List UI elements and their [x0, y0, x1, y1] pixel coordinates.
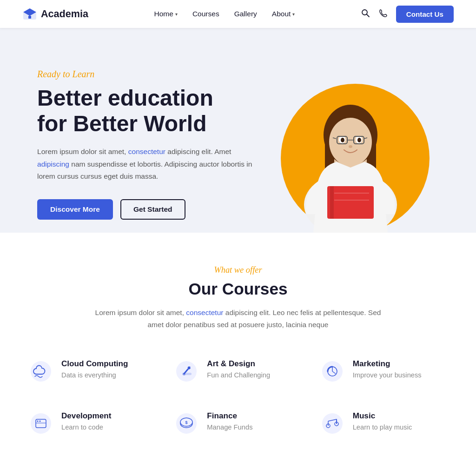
- course-name-finance: Finance: [207, 411, 252, 421]
- logo-text: Academia: [41, 8, 88, 20]
- nav-courses[interactable]: Courses: [192, 10, 219, 18]
- course-card-finance: $ Finance Manage Funds: [174, 407, 301, 440]
- courses-grid: Cloud Computing Data is everything Art &…: [29, 355, 447, 440]
- course-card-music: Music Learn to play music: [320, 407, 447, 440]
- hero-tagline: Ready to Learn: [37, 69, 260, 80]
- search-icon: [361, 8, 370, 18]
- nav-actions: Contact Us: [361, 6, 454, 23]
- nav-gallery[interactable]: Gallery: [234, 10, 257, 18]
- music-icon: [320, 411, 344, 436]
- art-design-icon: [174, 359, 198, 383]
- svg-point-15: [341, 138, 344, 142]
- course-name-dev: Development: [61, 411, 111, 421]
- hero-title: Better education for Better World: [37, 85, 260, 136]
- svg-text:$: $: [185, 420, 188, 425]
- course-info-marketing: Marketing Improve your business: [353, 359, 422, 379]
- course-info-finance: Finance Manage Funds: [207, 411, 252, 431]
- nav-links: Home ▾ Courses Gallery About ▾: [154, 10, 295, 18]
- contact-us-button[interactable]: Contact Us: [396, 6, 454, 23]
- hero-buttons: Discover More Get Started: [37, 199, 260, 220]
- hero-section: Ready to Learn Better education for Bett…: [0, 28, 476, 233]
- course-card-dev: Development Learn to code: [29, 407, 156, 440]
- svg-point-34: [31, 413, 51, 434]
- svg-point-43: [322, 413, 343, 434]
- svg-rect-24: [330, 186, 334, 219]
- hero-description: Lorem ipsum dolor sit amet, consectetur …: [37, 146, 260, 182]
- course-desc-finance: Manage Funds: [207, 423, 252, 431]
- development-icon: [29, 411, 53, 436]
- svg-point-16: [357, 138, 361, 142]
- course-info-cloud: Cloud Computing Data is everything: [61, 359, 128, 379]
- course-desc-music: Learn to play music: [353, 423, 412, 431]
- course-desc-cloud: Data is everything: [61, 371, 128, 379]
- svg-point-37: [40, 420, 41, 422]
- hero-student-illustration: [281, 47, 420, 233]
- logo-link[interactable]: Academia: [22, 7, 88, 20]
- course-card-cloud: Cloud Computing Data is everything: [29, 355, 156, 388]
- course-desc-art: Fun and Challenging: [207, 371, 270, 379]
- course-name-art: Art & Design: [207, 359, 270, 369]
- svg-point-12: [329, 118, 372, 166]
- logo-icon: [22, 7, 37, 20]
- course-info-art: Art & Design Fun and Challenging: [207, 359, 270, 379]
- phone-icon: [378, 8, 388, 18]
- course-card-art: Art & Design Fun and Challenging: [174, 355, 301, 388]
- course-info-dev: Development Learn to code: [61, 411, 111, 431]
- phone-button[interactable]: [378, 8, 388, 20]
- course-card-marketing: Marketing Improve your business: [320, 355, 447, 388]
- svg-line-5: [367, 14, 369, 17]
- courses-tagline: What we offer: [28, 265, 448, 275]
- nav-about[interactable]: About ▾: [272, 10, 295, 18]
- discover-more-button[interactable]: Discover More: [37, 199, 113, 220]
- about-chevron-icon: ▾: [292, 11, 295, 17]
- course-desc-marketing: Improve your business: [353, 371, 422, 379]
- home-chevron-icon: ▾: [175, 11, 178, 17]
- svg-point-22: [349, 145, 352, 148]
- courses-title: Our Courses: [28, 280, 448, 298]
- course-info-music: Music Learn to play music: [353, 411, 412, 431]
- course-name-cloud: Cloud Computing: [61, 359, 128, 369]
- course-name-music: Music: [353, 411, 412, 421]
- svg-point-36: [37, 420, 39, 422]
- finance-icon: $: [174, 411, 198, 436]
- marketing-icon: [320, 359, 344, 383]
- hero-image-wrapper: [262, 56, 439, 233]
- course-desc-dev: Learn to code: [61, 423, 111, 431]
- nav-home[interactable]: Home ▾: [154, 10, 177, 18]
- svg-point-4: [362, 10, 367, 15]
- search-button[interactable]: [361, 8, 370, 20]
- courses-section: What we offer Our Courses Lorem ipsum do…: [0, 233, 476, 450]
- courses-description: Lorem ipsum dolor sit amet, consectetur …: [94, 307, 382, 331]
- get-started-button[interactable]: Get Started: [120, 199, 185, 220]
- navbar: Academia Home ▾ Courses Gallery About ▾: [0, 0, 476, 28]
- cloud-computing-icon: [29, 359, 53, 383]
- svg-point-31: [183, 373, 185, 376]
- course-name-marketing: Marketing: [353, 359, 422, 369]
- svg-rect-23: [327, 186, 374, 219]
- hero-content: Ready to Learn Better education for Bett…: [37, 69, 260, 220]
